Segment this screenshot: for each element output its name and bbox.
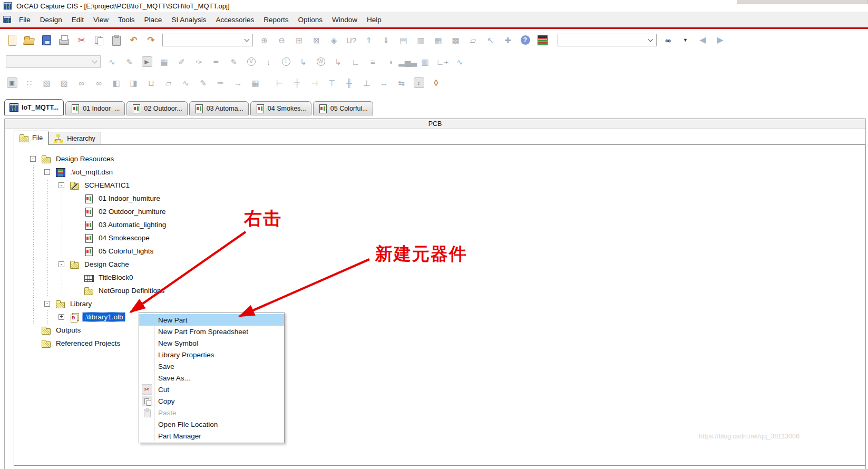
tab-iot-mqtt[interactable]: IoT_MQTT... <box>4 99 64 115</box>
run-pspice-icon[interactable]: ▶ <box>140 55 154 69</box>
eval-measurement-icon[interactable]: ∿ <box>453 55 467 69</box>
session-log-icon[interactable]: ▥ <box>414 33 428 47</box>
zoom-all-icon[interactable]: ⊠ <box>309 33 324 47</box>
menu-item-cut[interactable]: ✂ Cut <box>139 384 284 395</box>
find-options-icon[interactable]: ▼ <box>678 33 693 47</box>
netgroup-icon[interactable]: ✚ <box>501 33 515 47</box>
align-left-icon[interactable]: ⊢ <box>272 76 287 90</box>
view-simulation-results-icon[interactable]: ▦ <box>157 55 171 69</box>
copy-object-icon[interactable]: ▱ <box>466 33 480 47</box>
menu-reports[interactable]: Reports <box>259 13 293 26</box>
cis-explorer-icon[interactable] <box>535 33 550 47</box>
align-middle-icon[interactable]: ╫ <box>342 76 356 90</box>
tree-item-library[interactable]: - Library <box>14 297 865 310</box>
distribute-vertical-icon[interactable]: ⇆ <box>394 76 408 90</box>
menu-item-save-as[interactable]: Save As... <box>139 372 284 384</box>
import-document-icon[interactable]: ◨ <box>126 76 141 90</box>
distribute-horizontal-icon[interactable]: ↔ <box>377 76 391 90</box>
copy-tag-icon[interactable]: ▱ <box>161 76 175 90</box>
menu-item-paste[interactable]: Paste <box>139 407 284 418</box>
voltage-level-marker-icon[interactable]: V <box>244 55 258 69</box>
new-document-icon[interactable]: ▤ <box>396 33 411 47</box>
ascend-hierarchy-icon[interactable]: ⇑ <box>362 33 376 47</box>
add-trace-icon[interactable]: ∟+ <box>435 55 450 69</box>
export-document-icon[interactable]: → <box>231 76 245 90</box>
new-design-icon[interactable] <box>5 33 19 47</box>
tree-item-netgroup-definitions[interactable]: NetGroup Definitions <box>14 284 865 297</box>
align-center-icon[interactable]: ╪ <box>290 76 304 90</box>
menu-window[interactable]: Window <box>327 13 362 26</box>
redo-icon[interactable]: ↷ <box>144 33 158 47</box>
tag-icon[interactable]: ◊ <box>429 76 443 90</box>
tree-item-iot-mqtt-dsn[interactable]: - .\iot_mqtt.dsn <box>14 165 865 179</box>
link-database-part-icon[interactable]: ∞ <box>74 76 89 90</box>
open-document-icon[interactable] <box>22 33 36 47</box>
save-icon[interactable] <box>40 33 54 47</box>
tree-expander[interactable]: - <box>58 182 64 188</box>
tree-item-02-outdoor-humiture[interactable]: 02 Outdoor_humiture <box>14 205 865 218</box>
edit-part-icon[interactable]: ✎ <box>196 76 210 90</box>
tree-item-03-automatic-lighting[interactable]: 03 Automatic_lighting <box>14 218 865 231</box>
paste-icon[interactable] <box>109 33 123 47</box>
histogram-icon[interactable]: ▥ <box>418 55 432 69</box>
current-pin-marker-icon[interactable]: ↳ <box>296 55 310 69</box>
forward-icon[interactable]: ▶ <box>713 33 727 47</box>
back-icon[interactable]: ◀ <box>696 33 710 47</box>
current-probe-icon[interactable]: ✒ <box>209 55 223 69</box>
print-icon[interactable] <box>57 33 71 47</box>
power-pin-marker-icon[interactable]: ↳ <box>331 55 345 69</box>
menu-item-new-part-from-spreadsheet[interactable]: New Part From Spreadsheet <box>139 326 284 337</box>
power-probe-icon[interactable]: ✎ <box>227 55 241 69</box>
select-tool-icon[interactable]: ↖ <box>483 33 498 47</box>
link-part-icon[interactable]: ∞ <box>92 76 106 90</box>
tab-04-smokescope[interactable]: 04 Smokes... <box>250 101 311 115</box>
tab-05-colorful[interactable]: 05 Colorful... <box>313 101 373 115</box>
view-scale-combo[interactable] <box>162 34 253 46</box>
update-part-cache-icon[interactable]: ◧ <box>109 76 123 90</box>
voltage-marker-icon[interactable]: ↓ <box>261 55 276 69</box>
align-top-icon[interactable]: ⊤ <box>325 76 339 90</box>
help-icon[interactable]: ? <box>518 33 532 47</box>
goto-part-icon[interactable]: U? <box>344 33 358 47</box>
plot-axis-icon[interactable]: ≡ <box>366 55 380 69</box>
grid-select-icon[interactable]: ▨ <box>57 76 71 90</box>
edit-page-icon[interactable]: ✏ <box>213 76 228 90</box>
tree-expander[interactable]: - <box>58 261 64 267</box>
menu-item-save[interactable]: Save <box>139 360 284 372</box>
plot-settings-icon[interactable]: ◑ <box>383 55 397 69</box>
tree-item-titleblock0[interactable]: TitleBlock0 <box>14 271 865 284</box>
menu-help[interactable]: Help <box>362 13 386 26</box>
tree-expander[interactable]: + <box>58 314 64 320</box>
menu-item-library-properties[interactable]: Library Properties <box>139 349 284 360</box>
align-right-icon[interactable]: ⊣ <box>307 76 321 90</box>
panel-tab-hierarchy[interactable]: Hierarchy <box>48 132 101 144</box>
zoom-out-icon[interactable]: ⊖ <box>275 33 289 47</box>
design-rules-icon[interactable]: ▩ <box>448 33 463 47</box>
menu-options[interactable]: Options <box>293 13 327 26</box>
parts-table-icon[interactable]: ▦ <box>248 76 262 90</box>
waveform-tag-icon[interactable]: ∿ <box>179 76 193 90</box>
search-combo[interactable] <box>558 34 657 46</box>
tree-expander[interactable]: - <box>44 301 50 307</box>
menu-place[interactable]: Place <box>140 13 167 26</box>
menu-item-part-manager[interactable]: Part Manager <box>139 430 284 442</box>
fisheye-view-icon[interactable]: ◈ <box>327 33 341 47</box>
menu-item-new-part[interactable]: New Part <box>139 314 284 326</box>
simulation-profile-combo[interactable] <box>6 55 101 68</box>
undo-icon[interactable]: ↶ <box>126 33 141 47</box>
menu-file[interactable]: File <box>14 13 35 26</box>
plot-window-icon[interactable]: ∟ <box>348 55 363 69</box>
edit-simulation-profile-icon[interactable]: ✎ <box>122 55 136 69</box>
menu-si-analysis[interactable]: SI Analysis <box>167 13 211 26</box>
menu-edit[interactable]: Edit <box>67 13 89 26</box>
zoom-in-icon[interactable]: ⊕ <box>257 33 271 47</box>
tree-expander[interactable]: - <box>30 156 36 162</box>
tree-item-01-indoor-humiture[interactable]: 01 Indoor_humiture <box>14 192 865 205</box>
current-marker-icon[interactable]: I <box>279 55 293 69</box>
descend-hierarchy-icon[interactable]: ⇓ <box>379 33 393 47</box>
zoom-area-icon[interactable]: ⊞ <box>292 33 306 47</box>
voltage-probe-icon[interactable]: ✐ <box>174 55 189 69</box>
menu-item-open-file-location[interactable]: Open File Location <box>139 418 284 430</box>
tree-expander[interactable]: - <box>44 169 50 175</box>
fit-height-icon[interactable]: ↕ <box>412 76 426 90</box>
